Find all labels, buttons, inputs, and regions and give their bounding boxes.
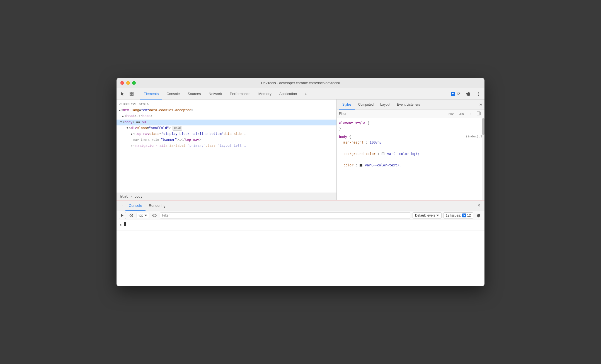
- styles-panel: Styles Computed Layout Event Listeners »…: [337, 100, 484, 200]
- arrow-icon: ▼: [127, 126, 128, 130]
- dom-line-div-scaffold[interactable]: ▼ <div class="scaffold" > grid: [117, 125, 336, 131]
- grid-badge[interactable]: grid: [173, 126, 182, 131]
- main-toolbar: Elements Console Sources Network Perform…: [117, 88, 484, 100]
- window-title: DevTools - developer.chrome.com/docs/dev…: [261, 81, 340, 85]
- console-filter-input[interactable]: [160, 212, 411, 219]
- body-rule: body { (index):1 min-height : 100vh; bac…: [339, 134, 482, 168]
- issues-icon-text: ⚑: [452, 92, 454, 95]
- breadcrumb-html[interactable]: html: [119, 194, 129, 199]
- toggle-sidebar-icon[interactable]: [475, 111, 482, 117]
- tab-sources[interactable]: Sources: [184, 88, 204, 100]
- tab-network[interactable]: Network: [205, 88, 226, 100]
- svg-rect-2: [130, 94, 131, 96]
- tab-application[interactable]: Application: [276, 88, 300, 100]
- dom-line-topnav[interactable]: ▶ <top-nav class="display-block hairline…: [117, 131, 336, 137]
- panels-row: <!DOCTYPE html> ▶ <html lang="en" data-c…: [117, 100, 484, 200]
- devtools-window: DevTools - developer.chrome.com/docs/dev…: [117, 78, 484, 286]
- styles-filter-input[interactable]: [339, 112, 444, 116]
- issues-count-label: 12: [456, 92, 460, 96]
- rule-source[interactable]: (index):1: [466, 134, 482, 139]
- tab-memory[interactable]: Memory: [255, 88, 275, 100]
- svg-point-4: [478, 92, 479, 93]
- live-expressions-button[interactable]: [151, 212, 158, 219]
- context-selector[interactable]: top: [137, 213, 149, 218]
- console-cursor: [124, 222, 126, 226]
- dom-line-topnav-cont: nav-inert role="banner" > … </top-nav>: [117, 137, 336, 143]
- block-icon[interactable]: [128, 212, 135, 219]
- tab-elements[interactable]: Elements: [140, 88, 162, 100]
- console-settings-button[interactable]: [475, 212, 482, 219]
- console-empty-area: [117, 230, 484, 286]
- more-options-icon[interactable]: [474, 90, 482, 98]
- arrow-icon: ▶: [131, 144, 133, 148]
- log-levels-button[interactable]: Default levels: [413, 212, 442, 219]
- console-toolbar: top Default levels: [117, 211, 484, 220]
- titlebar: DevTools - developer.chrome.com/docs/dev…: [117, 78, 484, 88]
- settings-icon[interactable]: [464, 90, 472, 98]
- console-issues-button[interactable]: 12 Issues: ⚑ 12: [443, 212, 473, 219]
- arrow-icon: ▶: [131, 132, 133, 137]
- styles-scrollbar[interactable]: [482, 118, 484, 200]
- tab-computed[interactable]: Computed: [355, 100, 377, 110]
- color-swatch[interactable]: [382, 152, 384, 155]
- traffic-lights: [120, 81, 136, 85]
- styles-more-icon[interactable]: »: [479, 101, 482, 107]
- svg-rect-8: [479, 112, 480, 115]
- tab-layout[interactable]: Layout: [377, 100, 394, 110]
- drawer-close-button[interactable]: ×: [476, 202, 482, 209]
- inspect-icon[interactable]: [128, 90, 135, 98]
- rule-selector-body[interactable]: body: [339, 135, 347, 139]
- clear-console-button[interactable]: [119, 212, 126, 219]
- svg-marker-9: [121, 214, 123, 217]
- svg-rect-3: [132, 94, 133, 96]
- dom-line-doctype[interactable]: <!DOCTYPE html>: [117, 102, 336, 108]
- dom-line-head[interactable]: ▶ <head> … </head>: [117, 113, 336, 119]
- new-style-rule-button[interactable]: +: [468, 111, 473, 116]
- svg-point-6: [478, 95, 479, 96]
- dom-line-body[interactable]: … ▼ <body> == $0: [117, 120, 336, 125]
- doctype-text: <!DOCTYPE html>: [119, 102, 149, 107]
- bottom-drawer: ⋮ Console Rendering ×: [117, 200, 484, 286]
- tab-console[interactable]: Console: [163, 88, 183, 100]
- drawer-tab-console[interactable]: Console: [125, 200, 146, 211]
- drawer-tab-rendering[interactable]: Rendering: [146, 200, 169, 211]
- cls-button[interactable]: .cls: [457, 111, 466, 116]
- prop-background-color: background-color : var(--color-bg);: [339, 151, 482, 157]
- breadcrumb-body[interactable]: body: [133, 194, 144, 199]
- color-swatch-text[interactable]: [360, 164, 362, 167]
- tab-event-listeners[interactable]: Event Listeners: [394, 100, 423, 110]
- ellipsis: …: [118, 120, 120, 125]
- devtools-body: Elements Console Sources Network Perform…: [117, 88, 484, 286]
- svg-point-13: [154, 215, 155, 216]
- elements-panel: <!DOCTYPE html> ▶ <html lang="en" data-c…: [117, 100, 337, 200]
- cursor-icon[interactable]: [119, 90, 127, 98]
- styles-content: element.style { } body { (index):1 min-h…: [337, 118, 484, 200]
- prop-color: color : var(--color-text);: [339, 162, 482, 168]
- arrow-icon: ▼: [120, 120, 122, 125]
- svg-rect-1: [132, 92, 133, 94]
- hov-button[interactable]: :hov: [446, 111, 455, 116]
- console-input-area: >: [117, 220, 484, 230]
- dom-line-navrail[interactable]: ▶ <navigation-rail aria-label="primary" …: [117, 143, 336, 149]
- tab-performance[interactable]: Performance: [226, 88, 254, 100]
- dom-line-html[interactable]: ▶ <html lang="en" data-cookies-accepted …: [117, 108, 336, 113]
- rule-selector[interactable]: element.style: [339, 121, 365, 125]
- svg-rect-0: [130, 92, 131, 94]
- elements-tree: <!DOCTYPE html> ▶ <html lang="en" data-c…: [117, 100, 336, 193]
- issues-icon: ⚑: [451, 92, 455, 96]
- maximize-button[interactable]: [132, 81, 136, 85]
- scrollbar-thumb[interactable]: [482, 118, 484, 135]
- breadcrumb-bar: html › body: [117, 193, 336, 200]
- prop-min-height: min-height : 100vh;: [339, 140, 482, 145]
- arrow-icon: ▶: [122, 114, 124, 119]
- arrow-icon: ▶: [119, 108, 120, 113]
- console-prompt: >: [120, 222, 122, 228]
- drawer-more-button[interactable]: ⋮: [119, 202, 125, 209]
- log-levels-label: Default levels: [415, 213, 435, 217]
- tab-styles[interactable]: Styles: [339, 100, 355, 110]
- styles-tabs: Styles Computed Layout Event Listeners »: [337, 100, 484, 110]
- minimize-button[interactable]: [126, 81, 130, 85]
- issues-button[interactable]: ⚑ 12: [449, 91, 462, 97]
- close-button[interactable]: [120, 81, 124, 85]
- tab-more[interactable]: »: [301, 88, 310, 100]
